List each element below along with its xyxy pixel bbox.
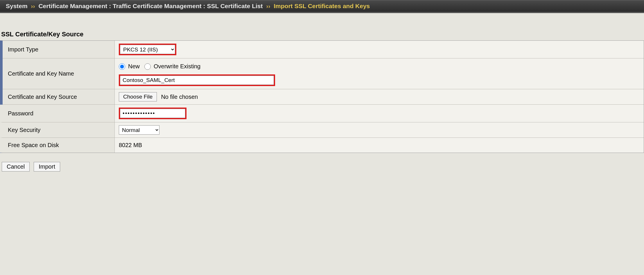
import-button[interactable]: Import — [34, 162, 60, 172]
import-type-select[interactable]: PKCS 12 (IIS) — [120, 45, 175, 54]
highlight-password — [119, 108, 186, 119]
radio-overwrite-label[interactable]: Overwrite Existing — [154, 63, 200, 70]
row-password: Password — [0, 105, 644, 122]
breadcrumb-sep: ›› — [266, 3, 270, 9]
row-cert-key-source: Certificate and Key Source Choose File N… — [3, 89, 644, 105]
key-security-select[interactable]: Normal — [119, 125, 159, 135]
label-import-type: Import Type — [3, 41, 114, 58]
breadcrumb-root[interactable]: System — [6, 3, 28, 9]
label-password: Password — [3, 105, 114, 122]
password-input[interactable] — [120, 109, 185, 118]
highlight-cert-name — [119, 74, 275, 86]
row-free-space: Free Space on Disk 8022 MB — [0, 138, 644, 153]
row-import-type: Import Type PKCS 12 (IIS) — [3, 41, 644, 58]
cancel-button[interactable]: Cancel — [2, 162, 30, 172]
highlight-import-type: PKCS 12 (IIS) — [119, 44, 176, 55]
label-key-security: Key Security — [3, 122, 114, 138]
row-key-security: Key Security Normal — [0, 122, 644, 138]
label-free-space: Free Space on Disk — [3, 138, 114, 153]
label-cert-key-source: Certificate and Key Source — [3, 89, 114, 104]
choose-file-button[interactable]: Choose File — [119, 92, 157, 101]
cert-name-input[interactable] — [120, 76, 274, 85]
footer-buttons: Cancel Import — [0, 160, 644, 177]
breadcrumb-path[interactable]: Certificate Management : Traffic Certifi… — [38, 3, 263, 9]
breadcrumb: System ›› Certificate Management : Traff… — [0, 0, 644, 13]
file-status: No file chosen — [161, 94, 198, 100]
label-cert-key-name: Certificate and Key Name — [3, 58, 114, 89]
section-title: SSL Certificate/Key Source — [0, 31, 644, 40]
radio-new-label[interactable]: New — [128, 63, 140, 70]
breadcrumb-current: Import SSL Certificates and Keys — [274, 3, 370, 9]
free-space-value: 8022 MB — [119, 142, 142, 149]
row-cert-key-name: Certificate and Key Name New Overwrite E… — [3, 58, 644, 89]
radio-overwrite[interactable] — [144, 63, 151, 70]
form-table: Import Type PKCS 12 (IIS) Certificate an… — [0, 40, 644, 153]
radio-new[interactable] — [119, 63, 125, 70]
breadcrumb-sep: ›› — [31, 3, 35, 9]
